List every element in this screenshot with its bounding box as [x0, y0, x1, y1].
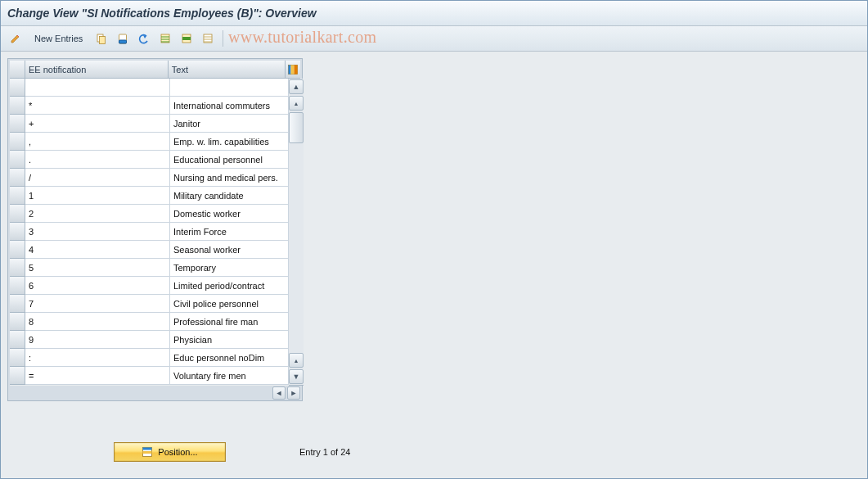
svg-rect-9: [289, 65, 291, 74]
position-icon: [142, 446, 153, 458]
app-frame: Change View "SI Notifications Employees …: [0, 0, 868, 479]
cell-ee-notification[interactable]: .: [25, 151, 170, 169]
row-selector[interactable]: [10, 97, 25, 115]
cell-ee-notification[interactable]: 6: [25, 277, 170, 295]
table-row: *International commuters: [10, 97, 289, 115]
entry-status-text: Entry 1 of 24: [299, 447, 350, 457]
toolbar-separator: [223, 30, 223, 47]
cell-text[interactable]: Physician: [170, 331, 289, 349]
cell-text[interactable]: Military candidate: [170, 187, 289, 205]
scroll-up-button[interactable]: ▲: [289, 79, 304, 94]
cell-ee-notification[interactable]: 9: [25, 331, 170, 349]
row-selector[interactable]: [10, 79, 25, 97]
column-header-ee-notification[interactable]: EE notification: [25, 61, 169, 79]
cell-ee-notification[interactable]: +: [25, 115, 170, 133]
scroll-right-button[interactable]: ►: [287, 386, 300, 400]
cell-ee-notification[interactable]: :: [25, 349, 170, 367]
row-selector[interactable]: [10, 151, 25, 169]
new-entries-button[interactable]: New Entries: [27, 29, 90, 48]
cell-text[interactable]: Professional fire man: [170, 313, 289, 331]
row-selector[interactable]: [10, 187, 25, 205]
table-row: 1Military candidate: [10, 187, 289, 205]
row-selector[interactable]: [10, 367, 25, 385]
svg-rect-1: [100, 37, 106, 44]
row-selector[interactable]: [10, 259, 25, 277]
scroll-track[interactable]: [289, 144, 304, 352]
row-selector[interactable]: [10, 349, 25, 367]
horizontal-scrollbar[interactable]: ◄ ►: [10, 387, 300, 399]
table-row: ,Emp. w. lim. capabilities: [10, 133, 289, 151]
toggle-change-display-button[interactable]: [6, 29, 25, 48]
cell-ee-notification[interactable]: [25, 79, 170, 97]
scroll-down-button-2[interactable]: ▲: [289, 353, 304, 368]
row-selector[interactable]: [10, 205, 25, 223]
cell-text[interactable]: [170, 79, 289, 97]
table-row: .Educational personnel: [10, 151, 289, 169]
table-row: 7Civil police personnel: [10, 295, 289, 313]
row-selector[interactable]: [10, 133, 25, 151]
row-selector[interactable]: [10, 169, 25, 187]
undo-button[interactable]: [134, 29, 154, 48]
cell-text[interactable]: Educational personnel: [170, 151, 289, 169]
table-row: :Educ personnel noDim: [10, 349, 289, 367]
row-selector[interactable]: [10, 313, 25, 331]
cell-text[interactable]: Interim Force: [170, 223, 289, 241]
cell-ee-notification[interactable]: 8: [25, 313, 170, 331]
cell-text[interactable]: Temporary: [170, 259, 289, 277]
cell-text[interactable]: Civil police personnel: [170, 295, 289, 313]
cell-ee-notification[interactable]: ,: [25, 133, 170, 151]
deselect-all-button[interactable]: [198, 29, 218, 48]
table-row: 8Professional fire man: [10, 313, 289, 331]
scroll-left-button[interactable]: ◄: [272, 386, 286, 400]
cell-ee-notification[interactable]: 1: [25, 187, 170, 205]
vertical-scrollbar[interactable]: ▲ ▲ ▲ ▼: [289, 79, 304, 386]
cell-ee-notification[interactable]: 5: [25, 259, 170, 277]
column-header-text[interactable]: Text: [169, 61, 286, 79]
cell-text[interactable]: Nursing and medical pers.: [170, 169, 289, 187]
row-selector[interactable]: [10, 241, 25, 259]
row-selector[interactable]: [10, 115, 25, 133]
svg-rect-14: [143, 451, 152, 454]
row-selector[interactable]: [10, 331, 25, 349]
cell-ee-notification[interactable]: 4: [25, 241, 170, 259]
table-row: +Janitor: [10, 115, 289, 133]
grid-corner[interactable]: [10, 61, 25, 79]
cell-ee-notification[interactable]: 7: [25, 295, 170, 313]
cell-ee-notification[interactable]: 2: [25, 205, 170, 223]
scroll-up-button-2[interactable]: ▲: [289, 96, 304, 111]
scroll-down-button[interactable]: ▼: [289, 369, 304, 384]
table-row: /Nursing and medical pers.: [10, 169, 289, 187]
cell-text[interactable]: Limited period/contract: [170, 277, 289, 295]
copy-as-button[interactable]: [92, 29, 111, 48]
cell-text[interactable]: Seasonal worker: [170, 241, 289, 259]
cell-text[interactable]: Janitor: [170, 115, 289, 133]
row-selector[interactable]: [10, 223, 25, 241]
content-area: EE notification Text *International comm…: [1, 52, 867, 478]
watermark-text: www.tutorialkart.com: [228, 28, 376, 47]
cell-text[interactable]: Emp. w. lim. capabilities: [170, 133, 289, 151]
table-row: [10, 79, 289, 97]
select-all-button[interactable]: [155, 29, 175, 48]
svg-rect-6: [182, 37, 191, 40]
row-selector[interactable]: [10, 277, 25, 295]
cell-ee-notification[interactable]: /: [25, 169, 170, 187]
scroll-thumb[interactable]: [289, 112, 304, 143]
cell-ee-notification[interactable]: 3: [25, 223, 170, 241]
cell-text[interactable]: Voluntary fire men: [170, 367, 289, 385]
cell-text[interactable]: International commuters: [170, 97, 289, 115]
select-block-button[interactable]: [177, 29, 196, 48]
position-button-label: Position...: [158, 447, 197, 457]
svg-rect-10: [291, 65, 295, 74]
row-selector[interactable]: [10, 295, 25, 313]
table-settings-button[interactable]: [286, 61, 300, 79]
data-grid: EE notification Text *International comm…: [10, 61, 300, 386]
position-button[interactable]: Position...: [114, 442, 226, 462]
cell-text[interactable]: Domestic worker: [170, 205, 289, 223]
cell-ee-notification[interactable]: =: [25, 367, 170, 385]
footer-area: Position... Entry 1 of 24: [1, 442, 686, 462]
table-row: 2Domestic worker: [10, 205, 289, 223]
cell-ee-notification[interactable]: *: [25, 97, 170, 115]
cell-text[interactable]: Educ personnel noDim: [170, 349, 289, 367]
table-container: EE notification Text *International comm…: [7, 58, 303, 401]
delete-button[interactable]: [113, 29, 133, 48]
